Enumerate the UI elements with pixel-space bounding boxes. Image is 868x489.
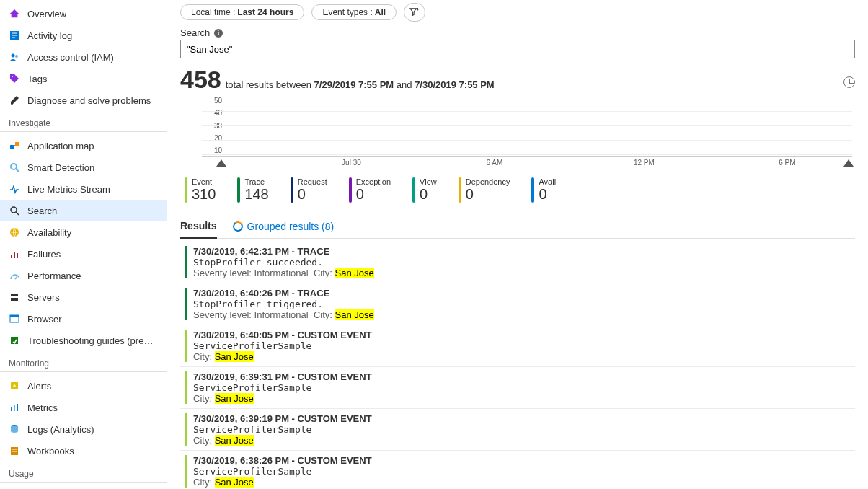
row-meta: Severity level: Informational City: San …: [193, 268, 855, 278]
nav-tags[interactable]: Tags: [0, 68, 167, 89]
result-row[interactable]: 7/30/2019, 6:39:31 PM - CUSTOM EVENT Ser…: [180, 367, 855, 409]
stats-row: Event310Trace148Request0Exception0View0D…: [185, 177, 855, 203]
nav-label: Servers: [27, 292, 60, 303]
svg-rect-9: [11, 255, 12, 258]
tab-results[interactable]: Results: [180, 216, 217, 239]
nav-label: Logs (Analytics): [27, 424, 94, 435]
row-message: ServiceProfilerSample: [193, 466, 855, 477]
result-row[interactable]: 7/30/2019, 6:38:26 PM - CUSTOM EVENT Ser…: [180, 451, 855, 489]
nav-label: Access control (IAM): [27, 52, 114, 63]
nav-access-control-iam-[interactable]: Access control (IAM): [0, 46, 167, 68]
range-handle-left[interactable]: [216, 159, 226, 167]
access-control-icon: [9, 51, 20, 63]
nav-label: Availability: [27, 227, 71, 238]
clock-history-icon[interactable]: [843, 76, 855, 88]
live-metrics-icon: [9, 183, 20, 195]
row-header: 7/30/2019, 6:38:26 PM - CUSTOM EVENT: [193, 455, 855, 466]
row-type-bar: [185, 371, 187, 404]
highlighted-term: San Jose: [215, 351, 254, 362]
performance-icon: [9, 270, 20, 281]
totals-row: 458 total results between 7/29/2019 7:55…: [180, 66, 855, 94]
stat-dependency[interactable]: Dependency0: [459, 177, 510, 203]
nav-label: Troubleshooting guides (pre…: [27, 335, 153, 346]
nav-alerts[interactable]: Alerts: [0, 375, 167, 397]
stat-value: 148: [244, 186, 268, 203]
grouped-icon: [231, 220, 243, 232]
logs-icon: [9, 423, 20, 435]
main-panel[interactable]: Local time : Last 24 hours Event types :…: [167, 0, 868, 489]
browser-icon: [9, 313, 20, 325]
nav-workbooks[interactable]: Workbooks: [0, 440, 167, 462]
add-filter-button[interactable]: [404, 3, 425, 22]
event-types-prefix: Event types :: [322, 7, 372, 17]
stat-request[interactable]: Request0: [291, 177, 327, 203]
row-header: 7/30/2019, 6:40:05 PM - CUSTOM EVENT: [193, 330, 855, 340]
row-header: 7/30/2019, 6:40:26 PM - TRACE: [193, 288, 855, 299]
stat-view[interactable]: View0: [412, 177, 437, 203]
nav-browser[interactable]: Browser: [0, 308, 167, 330]
svg-rect-4: [10, 145, 14, 149]
result-row[interactable]: 7/30/2019, 6:42:31 PM - TRACE StopProfil…: [180, 242, 855, 283]
row-header: 7/30/2019, 6:42:31 PM - TRACE: [193, 246, 855, 257]
info-icon[interactable]: i: [214, 29, 223, 38]
time-range-value: Last 24 hours: [237, 7, 293, 17]
nav-diagnose-and-solve-problems[interactable]: Diagnose and solve problems: [0, 89, 167, 111]
stat-exception[interactable]: Exception0: [349, 177, 391, 203]
stat-event[interactable]: Event310: [185, 177, 216, 203]
tags-icon: [9, 73, 20, 84]
sidebar[interactable]: OverviewActivity logAccess control (IAM)…: [0, 0, 167, 489]
svg-rect-20: [17, 404, 18, 411]
time-range-filter[interactable]: Local time : Last 24 hours: [180, 4, 304, 20]
row-message: ServiceProfilerSample: [193, 340, 855, 351]
row-message: ServiceProfilerSample: [193, 424, 855, 435]
range-handle-right[interactable]: [843, 159, 854, 167]
stat-avail[interactable]: Avail0: [531, 177, 556, 203]
result-row[interactable]: 7/30/2019, 6:40:26 PM - TRACE StopProfil…: [180, 283, 855, 325]
nav-logs-analytics-[interactable]: Logs (Analytics): [0, 418, 167, 440]
map-icon: [9, 140, 20, 151]
result-row[interactable]: 7/30/2019, 6:40:05 PM - CUSTOM EVENT Ser…: [180, 325, 855, 367]
tab-grouped-results[interactable]: Grouped results (8): [233, 216, 335, 238]
chart-bars[interactable]: [202, 97, 852, 154]
nav-label: Performance: [27, 270, 81, 281]
svg-point-7: [11, 207, 17, 213]
nav-performance[interactable]: Performance: [0, 265, 167, 286]
stat-label: View: [420, 177, 437, 186]
nav-live-metrics-stream[interactable]: Live Metrics Stream: [0, 178, 167, 200]
nav-metrics[interactable]: Metrics: [0, 397, 167, 418]
stat-trace[interactable]: Trace148: [237, 177, 268, 203]
stat-color-bar: [412, 177, 415, 203]
nav-search[interactable]: Search: [0, 200, 167, 221]
nav-label: Browser: [27, 314, 62, 325]
nav-failures[interactable]: Failures: [0, 243, 167, 265]
row-meta: City: San Jose: [193, 393, 855, 404]
nav-activity-log[interactable]: Activity log: [0, 25, 167, 46]
stat-color-bar: [349, 177, 352, 203]
nav-servers[interactable]: Servers: [0, 286, 167, 308]
stat-value: 0: [298, 186, 327, 203]
nav-label: Diagnose and solve problems: [27, 95, 151, 106]
nav-label: Workbooks: [27, 446, 74, 457]
nav-application-map[interactable]: Application map: [0, 135, 167, 157]
stat-value: 0: [420, 186, 437, 203]
totals-start: 7/29/2019 7:55 PM: [314, 79, 394, 90]
event-types-filter[interactable]: Event types : All: [311, 4, 397, 20]
svg-point-2: [15, 55, 18, 58]
nav-availability[interactable]: Availability: [0, 221, 167, 243]
nav-label: Smart Detection: [27, 162, 94, 173]
timeline-chart[interactable]: 5040302010 Jul 306 AM12 PM6 PM: [180, 97, 855, 169]
workbooks-icon: [9, 445, 20, 457]
search-input[interactable]: [180, 40, 855, 58]
stat-color-bar: [531, 177, 534, 203]
x-axis: Jul 306 AM12 PM6 PM: [202, 156, 852, 169]
result-row[interactable]: 7/30/2019, 6:39:19 PM - CUSTOM EVENT Ser…: [180, 409, 855, 451]
nav-overview[interactable]: Overview: [0, 3, 167, 25]
search-label-row: Search i: [180, 27, 855, 38]
nav-label: Failures: [27, 249, 61, 260]
nav-smart-detection[interactable]: Smart Detection: [0, 157, 167, 178]
tab-grouped-label: Grouped results (8): [247, 221, 335, 232]
stat-value: 0: [539, 186, 556, 203]
section-usage: Usage: [0, 462, 167, 483]
row-header: 7/30/2019, 6:39:31 PM - CUSTOM EVENT: [193, 371, 855, 382]
nav-troubleshooting-guides-pre-[interactable]: Troubleshooting guides (pre…: [0, 330, 167, 351]
